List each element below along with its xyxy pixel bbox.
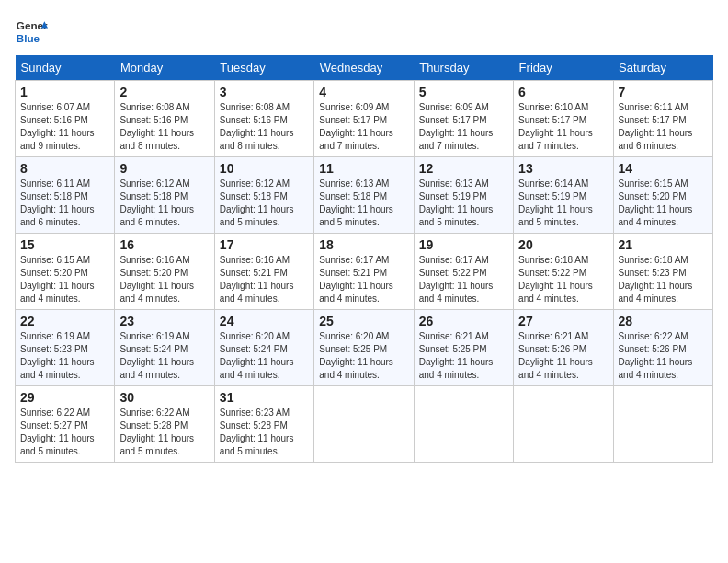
day-number: 19 xyxy=(419,237,508,252)
day-number: 18 xyxy=(319,237,408,252)
day-info: Sunrise: 6:20 AMSunset: 5:25 PMDaylight:… xyxy=(319,330,408,382)
day-cell: 26 Sunrise: 6:21 AMSunset: 5:25 PMDaylig… xyxy=(414,310,513,386)
day-number: 8 xyxy=(20,161,109,176)
day-cell: 31 Sunrise: 6:23 AMSunset: 5:28 PMDaylig… xyxy=(214,386,313,463)
day-number: 25 xyxy=(319,314,408,328)
day-cell: 2 Sunrise: 6:08 AMSunset: 5:16 PMDayligh… xyxy=(115,81,214,157)
day-number: 15 xyxy=(20,237,109,252)
week-row-3: 15 Sunrise: 6:15 AMSunset: 5:20 PMDaylig… xyxy=(16,234,713,310)
day-number: 29 xyxy=(20,390,109,405)
day-number: 24 xyxy=(220,314,309,328)
day-info: Sunrise: 6:17 AMSunset: 5:22 PMDaylight:… xyxy=(419,254,508,305)
day-info: Sunrise: 6:22 AMSunset: 5:28 PMDaylight:… xyxy=(119,407,209,458)
calendar-table: SundayMondayTuesdayWednesdayThursdayFrid… xyxy=(15,55,713,463)
header-day-saturday: Saturday xyxy=(613,55,712,81)
day-info: Sunrise: 6:16 AMSunset: 5:21 PMDaylight:… xyxy=(220,254,309,305)
day-cell: 15 Sunrise: 6:15 AMSunset: 5:20 PMDaylig… xyxy=(16,234,115,310)
day-number: 27 xyxy=(518,314,608,328)
day-info: Sunrise: 6:17 AMSunset: 5:21 PMDaylight:… xyxy=(319,254,408,305)
day-number: 12 xyxy=(419,161,508,176)
header-row: SundayMondayTuesdayWednesdayThursdayFrid… xyxy=(16,55,713,81)
day-info: Sunrise: 6:07 AMSunset: 5:16 PMDaylight:… xyxy=(20,101,109,153)
header-day-sunday: Sunday xyxy=(16,55,115,81)
day-cell: 9 Sunrise: 6:12 AMSunset: 5:18 PMDayligh… xyxy=(115,157,214,234)
day-info: Sunrise: 6:22 AMSunset: 5:26 PMDaylight:… xyxy=(619,330,708,382)
logo-icon: General Blue xyxy=(15,15,48,48)
header-day-wednesday: Wednesday xyxy=(314,55,414,81)
day-cell: 3 Sunrise: 6:08 AMSunset: 5:16 PMDayligh… xyxy=(214,81,313,157)
day-info: Sunrise: 6:16 AMSunset: 5:20 PMDaylight:… xyxy=(119,254,209,305)
week-row-1: 1 Sunrise: 6:07 AMSunset: 5:16 PMDayligh… xyxy=(16,81,713,157)
day-cell: 12 Sunrise: 6:13 AMSunset: 5:19 PMDaylig… xyxy=(414,157,513,234)
day-number: 10 xyxy=(220,161,309,176)
day-number: 1 xyxy=(20,85,109,99)
day-cell: 24 Sunrise: 6:20 AMSunset: 5:24 PMDaylig… xyxy=(214,310,313,386)
day-cell: 17 Sunrise: 6:16 AMSunset: 5:21 PMDaylig… xyxy=(214,234,313,310)
day-cell: 7 Sunrise: 6:11 AMSunset: 5:17 PMDayligh… xyxy=(613,81,712,157)
day-number: 2 xyxy=(119,85,209,99)
day-cell: 11 Sunrise: 6:13 AMSunset: 5:18 PMDaylig… xyxy=(314,157,414,234)
day-number: 30 xyxy=(119,390,209,405)
header-day-monday: Monday xyxy=(115,55,214,81)
day-number: 14 xyxy=(619,161,708,176)
day-cell: 20 Sunrise: 6:18 AMSunset: 5:22 PMDaylig… xyxy=(514,234,613,310)
day-number: 22 xyxy=(20,314,109,328)
day-info: Sunrise: 6:11 AMSunset: 5:17 PMDaylight:… xyxy=(619,101,708,153)
day-cell: 22 Sunrise: 6:19 AMSunset: 5:23 PMDaylig… xyxy=(16,310,115,386)
day-cell: 28 Sunrise: 6:22 AMSunset: 5:26 PMDaylig… xyxy=(613,310,712,386)
day-cell xyxy=(414,386,513,463)
day-info: Sunrise: 6:09 AMSunset: 5:17 PMDaylight:… xyxy=(319,101,408,153)
day-info: Sunrise: 6:08 AMSunset: 5:16 PMDaylight:… xyxy=(119,101,209,153)
day-info: Sunrise: 6:22 AMSunset: 5:27 PMDaylight:… xyxy=(20,407,109,458)
day-cell: 27 Sunrise: 6:21 AMSunset: 5:26 PMDaylig… xyxy=(514,310,613,386)
day-number: 20 xyxy=(518,237,608,252)
day-number: 4 xyxy=(319,85,408,99)
page-header: General Blue xyxy=(15,15,713,48)
day-info: Sunrise: 6:13 AMSunset: 5:19 PMDaylight:… xyxy=(419,178,508,229)
day-cell: 21 Sunrise: 6:18 AMSunset: 5:23 PMDaylig… xyxy=(613,234,712,310)
day-info: Sunrise: 6:20 AMSunset: 5:24 PMDaylight:… xyxy=(220,330,309,382)
day-info: Sunrise: 6:14 AMSunset: 5:19 PMDaylight:… xyxy=(518,178,608,229)
day-info: Sunrise: 6:11 AMSunset: 5:18 PMDaylight:… xyxy=(20,178,109,229)
day-cell: 16 Sunrise: 6:16 AMSunset: 5:20 PMDaylig… xyxy=(115,234,214,310)
header-day-thursday: Thursday xyxy=(414,55,513,81)
day-cell: 4 Sunrise: 6:09 AMSunset: 5:17 PMDayligh… xyxy=(314,81,414,157)
day-info: Sunrise: 6:12 AMSunset: 5:18 PMDaylight:… xyxy=(119,178,209,229)
day-cell: 13 Sunrise: 6:14 AMSunset: 5:19 PMDaylig… xyxy=(514,157,613,234)
week-row-4: 22 Sunrise: 6:19 AMSunset: 5:23 PMDaylig… xyxy=(16,310,713,386)
day-cell: 19 Sunrise: 6:17 AMSunset: 5:22 PMDaylig… xyxy=(414,234,513,310)
day-cell: 14 Sunrise: 6:15 AMSunset: 5:20 PMDaylig… xyxy=(613,157,712,234)
header-day-tuesday: Tuesday xyxy=(214,55,313,81)
day-number: 23 xyxy=(119,314,209,328)
day-number: 21 xyxy=(619,237,708,252)
day-info: Sunrise: 6:10 AMSunset: 5:17 PMDaylight:… xyxy=(518,101,608,153)
day-info: Sunrise: 6:15 AMSunset: 5:20 PMDaylight:… xyxy=(20,254,109,305)
day-number: 17 xyxy=(220,237,309,252)
header-day-friday: Friday xyxy=(514,55,613,81)
day-number: 16 xyxy=(119,237,209,252)
day-cell: 10 Sunrise: 6:12 AMSunset: 5:18 PMDaylig… xyxy=(214,157,313,234)
day-cell xyxy=(613,386,712,463)
day-cell: 6 Sunrise: 6:10 AMSunset: 5:17 PMDayligh… xyxy=(514,81,613,157)
week-row-5: 29 Sunrise: 6:22 AMSunset: 5:27 PMDaylig… xyxy=(16,386,713,463)
day-info: Sunrise: 6:09 AMSunset: 5:17 PMDaylight:… xyxy=(419,101,508,153)
day-number: 31 xyxy=(220,390,309,405)
logo: General Blue xyxy=(15,15,48,48)
day-cell: 18 Sunrise: 6:17 AMSunset: 5:21 PMDaylig… xyxy=(314,234,414,310)
day-number: 11 xyxy=(319,161,408,176)
day-cell xyxy=(314,386,414,463)
day-cell: 30 Sunrise: 6:22 AMSunset: 5:28 PMDaylig… xyxy=(115,386,214,463)
day-info: Sunrise: 6:18 AMSunset: 5:22 PMDaylight:… xyxy=(518,254,608,305)
day-info: Sunrise: 6:13 AMSunset: 5:18 PMDaylight:… xyxy=(319,178,408,229)
day-info: Sunrise: 6:18 AMSunset: 5:23 PMDaylight:… xyxy=(619,254,708,305)
day-number: 28 xyxy=(619,314,708,328)
day-info: Sunrise: 6:19 AMSunset: 5:23 PMDaylight:… xyxy=(20,330,109,382)
day-info: Sunrise: 6:15 AMSunset: 5:20 PMDaylight:… xyxy=(619,178,708,229)
day-cell xyxy=(514,386,613,463)
day-info: Sunrise: 6:12 AMSunset: 5:18 PMDaylight:… xyxy=(220,178,309,229)
day-number: 3 xyxy=(220,85,309,99)
day-cell: 29 Sunrise: 6:22 AMSunset: 5:27 PMDaylig… xyxy=(16,386,115,463)
day-number: 26 xyxy=(419,314,508,328)
day-info: Sunrise: 6:21 AMSunset: 5:25 PMDaylight:… xyxy=(419,330,508,382)
day-info: Sunrise: 6:21 AMSunset: 5:26 PMDaylight:… xyxy=(518,330,608,382)
